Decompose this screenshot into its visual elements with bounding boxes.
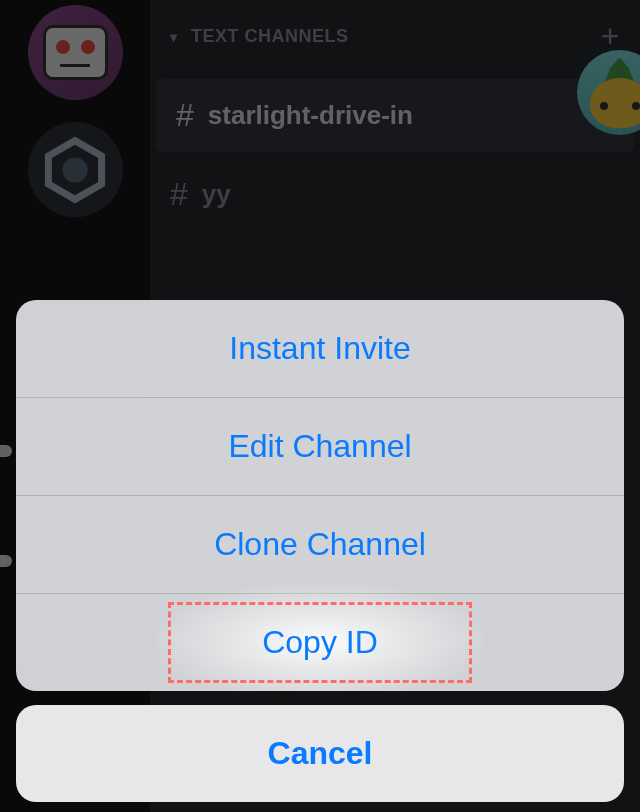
action-sheet: Instant Invite Edit Channel Clone Channe… xyxy=(16,300,624,802)
button-label: Copy ID xyxy=(262,624,378,660)
copy-id-button[interactable]: Copy ID xyxy=(16,594,624,691)
action-sheet-options-group: Instant Invite Edit Channel Clone Channe… xyxy=(16,300,624,691)
button-label: Instant Invite xyxy=(229,330,410,366)
button-label: Clone Channel xyxy=(214,526,426,562)
button-label: Edit Channel xyxy=(228,428,411,464)
instant-invite-button[interactable]: Instant Invite xyxy=(16,300,624,398)
clone-channel-button[interactable]: Clone Channel xyxy=(16,496,624,594)
cancel-button[interactable]: Cancel xyxy=(16,705,624,802)
edit-channel-button[interactable]: Edit Channel xyxy=(16,398,624,496)
button-label: Cancel xyxy=(268,735,373,771)
